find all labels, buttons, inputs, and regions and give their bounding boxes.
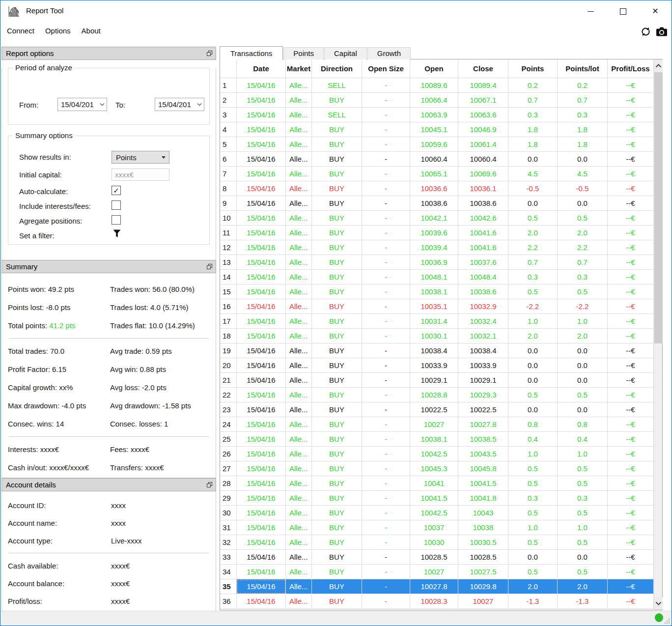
table-row[interactable]: 3415/04/16Alle...BUY-1002710027.50.50.5-… [220, 565, 654, 579]
cell-open[interactable]: 10060.4 [410, 152, 458, 167]
cell-open[interactable]: 10065.1 [410, 167, 458, 181]
cell-points-lot[interactable]: 0.5 [558, 211, 608, 226]
cell-profit-loss[interactable]: --€ [608, 226, 654, 240]
cell-open-size[interactable]: - [362, 299, 410, 314]
cell-profit-loss[interactable]: --€ [608, 329, 654, 343]
cell-open-size[interactable]: - [362, 122, 410, 137]
cell-open[interactable]: 10022.5 [410, 402, 458, 417]
cell-open-size[interactable]: - [362, 388, 410, 402]
cell-market[interactable]: Alle... [286, 270, 312, 285]
cell-open[interactable]: 10039.4 [410, 240, 458, 255]
cell-market[interactable]: Alle... [286, 447, 312, 461]
cell-profit-loss[interactable]: --€ [608, 211, 654, 226]
cell-profit-loss[interactable]: --€ [608, 402, 654, 417]
row-number[interactable]: 1 [220, 78, 237, 93]
cell-date[interactable]: 15/04/16 [237, 402, 286, 417]
cell-points-lot[interactable]: 0.5 [558, 285, 608, 299]
row-number[interactable]: 30 [220, 506, 237, 520]
table-row[interactable]: 1215/04/16Alle...BUY-10039.410041.62.22.… [220, 240, 654, 255]
table-row[interactable]: 1315/04/16Alle...BUY-10036.910037.60.70.… [220, 255, 654, 270]
cell-profit-loss[interactable]: --€ [608, 520, 654, 535]
table-row[interactable]: 1415/04/16Alle...BUY-10048.110048.40.30.… [220, 270, 654, 285]
auto-calculate-checkbox[interactable]: ✓ [112, 186, 121, 195]
cell-close[interactable]: 10032.1 [458, 329, 508, 343]
table-row[interactable]: 2015/04/16Alle...BUY-10033.910033.90.00.… [220, 358, 654, 373]
cell-close[interactable]: 10032.9 [458, 299, 508, 314]
cell-close[interactable]: 10041.5 [458, 476, 508, 491]
cell-open[interactable]: 10027 [410, 565, 458, 579]
cell-points-lot[interactable]: 0.5 [558, 476, 608, 491]
cell-points-lot[interactable]: 0.3 [558, 108, 608, 122]
cell-market[interactable]: Alle... [286, 358, 312, 373]
row-number[interactable]: 32 [220, 535, 237, 550]
cell-points-lot[interactable]: 0.5 [558, 388, 608, 402]
tab-points[interactable]: Points [283, 47, 324, 59]
cell-date[interactable]: 15/04/16 [237, 240, 286, 255]
cell-points[interactable]: 0.5 [508, 285, 558, 299]
cell-open-size[interactable]: - [362, 226, 410, 240]
cell-open-size[interactable]: - [362, 343, 410, 358]
cell-profit-loss[interactable]: --€ [608, 152, 654, 167]
cell-open[interactable]: 10048.1 [410, 270, 458, 285]
table-row[interactable]: 1815/04/16Alle...BUY-10030.110032.12.02.… [220, 329, 654, 343]
row-number[interactable]: 36 [220, 594, 237, 609]
cell-open-size[interactable]: - [362, 565, 410, 579]
table-row[interactable]: 3515/04/16Alle...BUY-10027.810029.82.02.… [220, 579, 654, 594]
cell-date[interactable]: 15/04/16 [237, 78, 286, 93]
table-row[interactable]: 2815/04/16Alle...BUY-1004110041.50.50.5-… [220, 476, 654, 491]
minimize-button[interactable] [574, 0, 607, 22]
cell-date[interactable]: 15/04/16 [237, 314, 286, 329]
row-number[interactable]: 35 [220, 579, 237, 594]
cell-open[interactable]: 10045.3 [410, 461, 458, 476]
table-row[interactable]: 2915/04/16Alle...BUY-10041.510041.80.30.… [220, 491, 654, 506]
table-row[interactable]: 2315/04/16Alle...BUY-10022.510022.50.00.… [220, 402, 654, 417]
scroll-up-button[interactable] [654, 59, 663, 72]
cell-direction[interactable]: BUY [312, 520, 362, 535]
table-row[interactable]: 215/04/16Alle...BUY-10066.410067.10.70.7… [220, 93, 654, 108]
cell-points[interactable]: -1.3 [508, 594, 558, 609]
cell-points-lot[interactable]: -1.3 [558, 594, 608, 609]
cell-date[interactable]: 15/04/16 [237, 255, 286, 270]
cell-points[interactable]: 0.0 [508, 373, 558, 388]
cell-direction[interactable]: SELL [312, 108, 362, 122]
include-fees-checkbox[interactable] [112, 200, 121, 210]
cell-direction[interactable]: BUY [312, 196, 362, 211]
cell-market[interactable]: Alle... [286, 255, 312, 270]
table-row[interactable]: 3115/04/16Alle...BUY-10037100381.01.0--€ [220, 520, 654, 535]
cell-profit-loss[interactable]: --€ [608, 565, 654, 579]
cell-points[interactable]: 0.0 [508, 196, 558, 211]
cell-profit-loss[interactable]: --€ [608, 594, 654, 609]
cell-date[interactable]: 15/04/16 [237, 579, 286, 594]
row-number[interactable]: 19 [220, 343, 237, 358]
cell-date[interactable]: 15/04/16 [237, 167, 286, 181]
cell-points-lot[interactable]: -0.5 [558, 181, 608, 196]
initial-capital-input[interactable] [112, 169, 169, 181]
cell-points-lot[interactable]: 0.7 [558, 93, 608, 108]
cell-points[interactable]: 4.5 [508, 167, 558, 181]
row-number[interactable]: 34 [220, 565, 237, 579]
cell-points-lot[interactable]: 1.8 [558, 122, 608, 137]
tab-growth[interactable]: Growth [367, 47, 411, 59]
cell-market[interactable]: Alle... [286, 343, 312, 358]
cell-close[interactable]: 10061.4 [458, 137, 508, 152]
cell-points[interactable]: 2.0 [508, 329, 558, 343]
row-number[interactable]: 33 [220, 550, 237, 565]
cell-points[interactable]: 0.7 [508, 255, 558, 270]
cell-open[interactable]: 10089.6 [410, 78, 458, 93]
cell-date[interactable]: 15/04/16 [237, 476, 286, 491]
cell-market[interactable]: Alle... [286, 93, 312, 108]
cell-profit-loss[interactable]: --€ [608, 461, 654, 476]
cell-date[interactable]: 15/04/16 [237, 343, 286, 358]
cell-open-size[interactable]: - [362, 461, 410, 476]
cell-open[interactable]: 10037 [410, 520, 458, 535]
refresh-icon[interactable] [640, 26, 651, 37]
row-number[interactable]: 31 [220, 520, 237, 535]
cell-close[interactable]: 10045.8 [458, 461, 508, 476]
cell-points-lot[interactable]: 4.5 [558, 167, 608, 181]
cell-open-size[interactable]: - [362, 594, 410, 609]
cell-open[interactable]: 10042.1 [410, 211, 458, 226]
cell-close[interactable]: 10038.6 [458, 196, 508, 211]
cell-close[interactable]: 10028.5 [458, 550, 508, 565]
cell-profit-loss[interactable]: --€ [608, 388, 654, 402]
cell-points[interactable]: 0.5 [508, 461, 558, 476]
